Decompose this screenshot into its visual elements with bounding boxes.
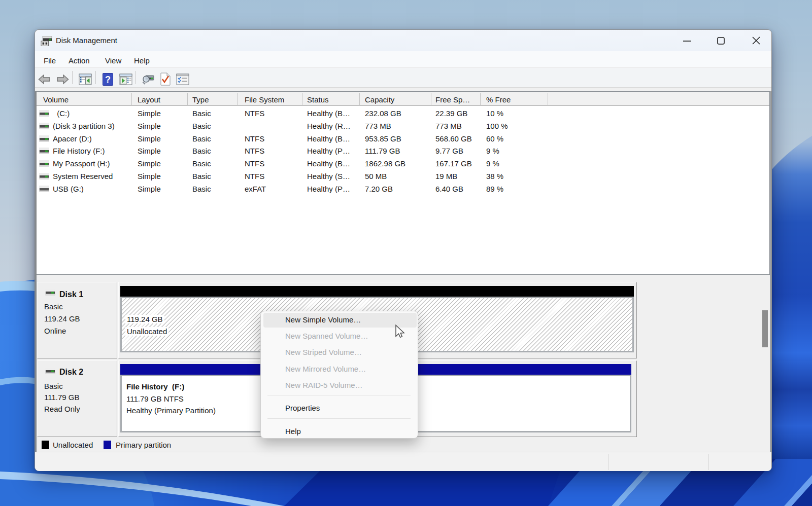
svg-text:?: ? — [105, 75, 111, 85]
